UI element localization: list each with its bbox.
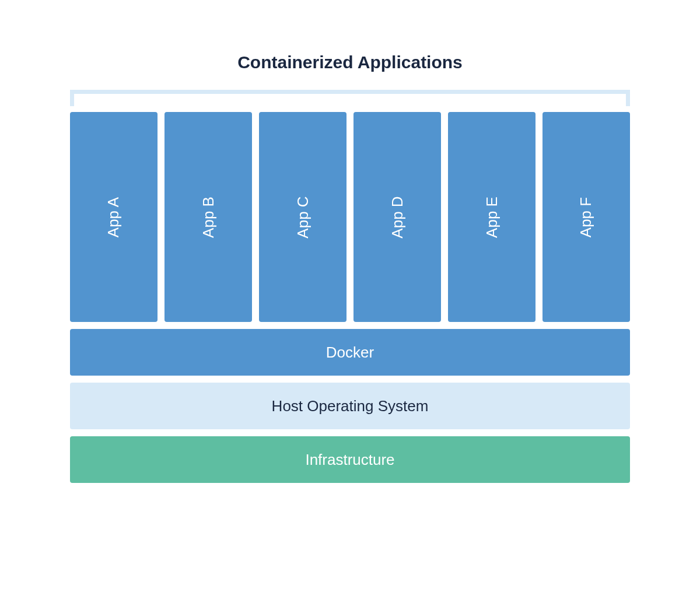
infrastructure-layer: Infrastructure xyxy=(70,436,630,483)
host-os-layer: Host Operating System xyxy=(70,383,630,429)
app-label: App A xyxy=(105,197,123,237)
app-label: App D xyxy=(388,196,406,238)
diagram-title: Containerized Applications xyxy=(237,52,463,72)
app-box-f: App F xyxy=(542,112,630,322)
app-box-b: App B xyxy=(164,112,252,322)
apps-row: App A App B App C App D App E App F xyxy=(70,112,630,322)
app-label: App E xyxy=(482,197,501,238)
bracket-indicator xyxy=(70,90,630,106)
app-label: App F xyxy=(578,197,596,237)
diagram-stack: App A App B App C App D App E App F Dock… xyxy=(70,90,630,483)
app-box-c: App C xyxy=(259,112,346,322)
app-label: App B xyxy=(199,197,217,238)
docker-layer: Docker xyxy=(70,329,630,376)
app-box-a: App A xyxy=(70,112,158,322)
app-box-d: App D xyxy=(354,112,441,322)
app-label: App C xyxy=(293,196,312,238)
app-box-e: App E xyxy=(448,112,536,322)
